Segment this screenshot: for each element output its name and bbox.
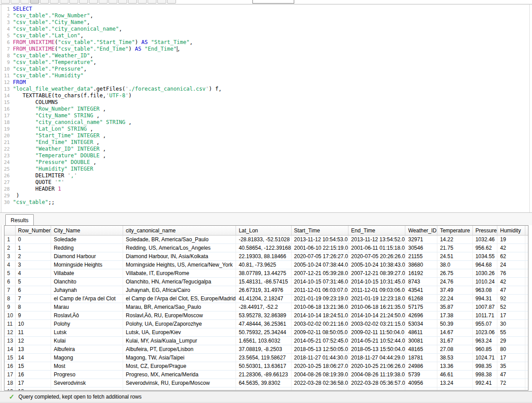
table-row[interactable]: 1110PolohyPolohy, UA, Europe/Zaporozhye4… [4,320,528,328]
data-cell[interactable]: 50.75932, 25.34244 [236,328,291,337]
data-cell[interactable]: 35 [497,362,525,371]
data-cell[interactable]: 2013-11-12 10:54:53.0 [292,235,348,244]
data-cell[interactable]: Lutsk [51,328,123,337]
data-cell[interactable]: 2021-01-19 12:23:18.0 [348,295,405,303]
row-index-cell[interactable]: 17 [4,371,16,379]
data-cell[interactable]: Polohy [51,320,123,328]
row-index-cell[interactable]: 16 [4,362,16,371]
data-cell[interactable]: 2014-10-15 10:31:45.0 [348,278,405,286]
toolbar-button[interactable] [128,0,137,4]
data-cell[interactable]: 2020-07-05 17:26:27.0 [292,252,348,261]
data-cell[interactable]: Olanchito, HN, America/Tegucigalpa [123,278,236,286]
data-cell[interactable]: 5 [16,278,51,286]
data-cell[interactable]: 2022-03-28 05:36:57.0 [348,379,405,387]
data-cell[interactable] [348,387,405,391]
data-cell[interactable]: 46.61 [437,371,473,379]
data-cell[interactable]: 2007-12-21 05:39:28.0 [292,269,348,278]
data-cell[interactable]: 57175 [405,303,437,311]
data-cell[interactable]: 27.08 [437,345,473,354]
table-row[interactable]: 32Diamond HarbourDiamond Harbour, IN, As… [4,252,528,261]
data-cell[interactable]: 42 [497,244,525,252]
row-index-cell[interactable]: 13 [4,337,16,345]
row-index-cell[interactable]: 2 [4,244,16,252]
data-cell[interactable]: 13.36 [437,362,473,371]
data-cell[interactable]: Albufeira, PT, Europe/Lisbon [123,345,236,354]
data-cell[interactable]: Polohy, UA, Europe/Zaporozhye [123,320,236,328]
results-grid[interactable]: Row_NumberCity_Namecity_canonical_nameLa… [4,225,528,391]
data-cell[interactable]: 16 [16,371,51,379]
data-cell[interactable]: Kulai, MY, Asia/Kuala_Lumpur [123,337,236,345]
data-cell[interactable]: 15 [16,362,51,371]
data-cell[interactable]: Most [51,362,123,371]
data-cell[interactable]: 2001-06-10 22:15:19.0 [292,244,348,252]
data-cell[interactable]: Roslavl‚Äô, RU, Europe/Moscow [123,311,236,320]
toolbar-button[interactable] [20,0,29,4]
data-cell[interactable]: Juhaynah, EG, Africa/Cairo [123,286,236,295]
data-cell[interactable]: Marau [51,303,123,311]
data-cell[interactable]: 2011-12-01 09:03:06.0 [348,286,405,295]
table-row[interactable]: 1615MostMost, CZ, Europe/Prague50.50301,… [4,362,528,371]
table-row[interactable]: 1716ProgresoProgreso, MX, America/Merida… [4,371,528,379]
column-header-lat_lon[interactable]: Lat_Lon [236,226,291,235]
data-cell[interactable]: 963.24 [473,337,498,345]
data-cell[interactable]: 30546 [405,244,437,252]
data-cell[interactable]: 80 [497,345,525,354]
data-cell[interactable]: 2020-07-05 20:26:26.0 [348,252,405,261]
data-cell[interactable]: Magong, TW, Asia/Taipei [123,354,236,362]
toolbar-button[interactable] [89,0,98,4]
row-index-cell[interactable]: 6 [4,278,16,286]
data-cell[interactable] [473,387,498,391]
data-cell[interactable]: 10 [16,320,51,328]
data-cell[interactable]: 964.68 [473,261,498,269]
data-cell[interactable]: 40.58654, -122.39168 [236,244,291,252]
toolbar-button[interactable] [148,0,156,4]
data-cell[interactable]: 21155 [405,252,437,261]
data-cell[interactable]: 3 [16,261,51,269]
data-cell[interactable]: 14 [16,354,51,362]
data-cell[interactable]: el Camp de l'Arpa del Clot [51,295,123,303]
row-index-cell[interactable]: 9 [4,303,16,311]
data-cell[interactable]: 48165 [405,345,437,354]
data-cell[interactable]: 1010.24 [473,278,498,286]
data-cell[interactable]: 2018-11-27 01:44:30.0 [292,354,348,362]
data-cell[interactable]: Magong [51,354,123,362]
table-row[interactable]: 54VillabateVillabate, IT, Europe/Rome38.… [4,269,528,278]
data-cell[interactable]: 956.62 [473,244,498,252]
data-cell[interactable] [437,387,473,391]
data-cell[interactable]: el Camp de l'Arpa del Clot, ES, Europe/M… [123,295,236,303]
data-cell[interactable]: Villabate, IT, Europe/Rome [123,269,236,278]
row-index-cell[interactable]: 10 [4,311,16,320]
data-cell[interactable]: 24.76 [437,278,473,286]
data-cell[interactable]: 2 [16,252,51,261]
data-cell[interactable]: 1007.87 [473,303,498,311]
data-cell[interactable]: 2014-10-14 21:24:50.0 [348,311,405,320]
data-cell[interactable]: Marau, BR, America/Sao_Paulo [123,303,236,311]
data-cell[interactable]: 2014-10-15 07:31:46.0 [292,278,348,286]
data-cell[interactable]: Albufeira [51,345,123,354]
data-cell[interactable]: Roslavl‚Äô [51,311,123,320]
data-cell[interactable]: 40956 [405,379,437,387]
table-row[interactable]: 1817SeverodvinskSeverodvinsk, RU, Europe… [4,379,528,387]
data-cell[interactable]: 9 [16,311,51,320]
row-index-cell[interactable]: 1 [4,235,16,244]
data-cell[interactable]: 92 [497,295,525,303]
data-cell[interactable]: 14.67 [437,328,473,337]
row-index-cell[interactable]: 8 [4,295,16,303]
column-header-humidity[interactable]: Humidity [497,226,525,235]
data-cell[interactable]: 50.50301, 13.63617 [236,362,291,371]
data-cell[interactable]: 21.28306, -89.66123 [236,371,291,379]
table-row[interactable]: 1413AlbufeiraAlbufeira, PT, Europe/Lisbo… [4,345,528,354]
data-cell[interactable]: 2004-08-26 08:19:39.0 [292,371,348,379]
table-row[interactable]: 1312KulaiKulai, MY, Asia/Kuala_Lumpur1.6… [4,337,528,345]
data-cell[interactable]: 2014-05-21 10:52:44.0 [348,337,405,345]
data-cell[interactable]: 31.67 [437,337,473,345]
row-index-cell[interactable]: 15 [4,354,16,362]
toolbar-button[interactable] [11,0,20,4]
data-cell[interactable]: 2010-06-18 13:21:36.0 [292,303,348,311]
data-cell[interactable]: Soledade, BR, America/Sao_Paulo [123,235,236,244]
data-cell[interactable]: 18781 [405,354,437,362]
data-cell[interactable]: Progreso, MX, America/Merida [123,371,236,379]
data-cell[interactable] [497,387,525,391]
data-cell[interactable]: 2020-10-25 21:06:26.0 [348,362,405,371]
column-header-weather_id[interactable]: Weather_ID [405,226,437,235]
